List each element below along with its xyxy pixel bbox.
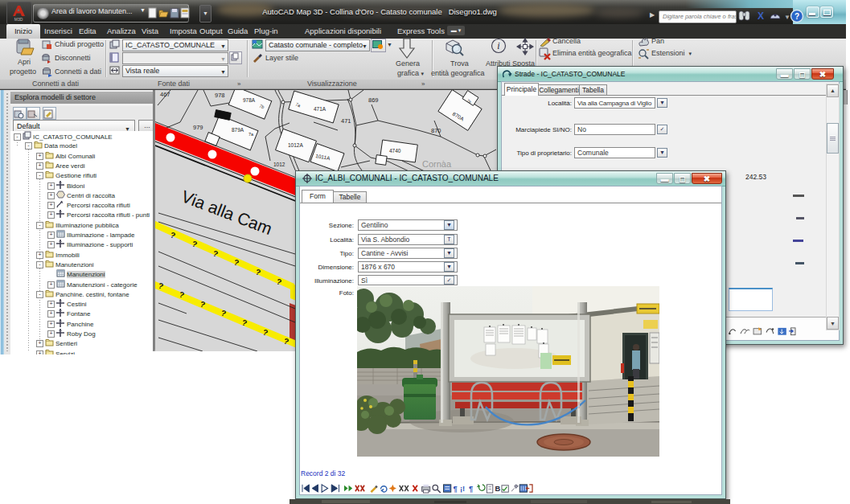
svg-text:978: 978 xyxy=(215,92,225,99)
svg-text:471A: 471A xyxy=(314,106,326,112)
svg-text:471: 471 xyxy=(341,117,351,125)
svg-text:467: 467 xyxy=(160,91,170,98)
svg-text:i: i xyxy=(497,40,499,51)
svg-text:¡!: ¡! xyxy=(460,485,465,493)
svg-text:Cornàa: Cornàa xyxy=(422,159,452,169)
svg-text:?: ? xyxy=(795,12,799,21)
svg-text:870: 870 xyxy=(431,127,441,134)
svg-text:B: B xyxy=(495,485,501,493)
svg-text:7a: 7a xyxy=(248,132,254,137)
svg-text:979: 979 xyxy=(193,124,203,131)
svg-text:¶: ¶ xyxy=(454,485,458,493)
svg-text:1012: 1012 xyxy=(273,162,285,167)
svg-text:879A: 879A xyxy=(232,127,244,133)
svg-text:869: 869 xyxy=(368,96,379,104)
svg-text:1012A: 1012A xyxy=(288,142,303,148)
svg-text:4740: 4740 xyxy=(389,148,401,154)
svg-text:X: X xyxy=(758,10,764,22)
svg-text:978A: 978A xyxy=(243,97,256,103)
svg-text:¶: ¶ xyxy=(469,485,473,493)
svg-text:M3D: M3D xyxy=(14,17,23,22)
svg-text:▼: ▼ xyxy=(784,14,790,21)
